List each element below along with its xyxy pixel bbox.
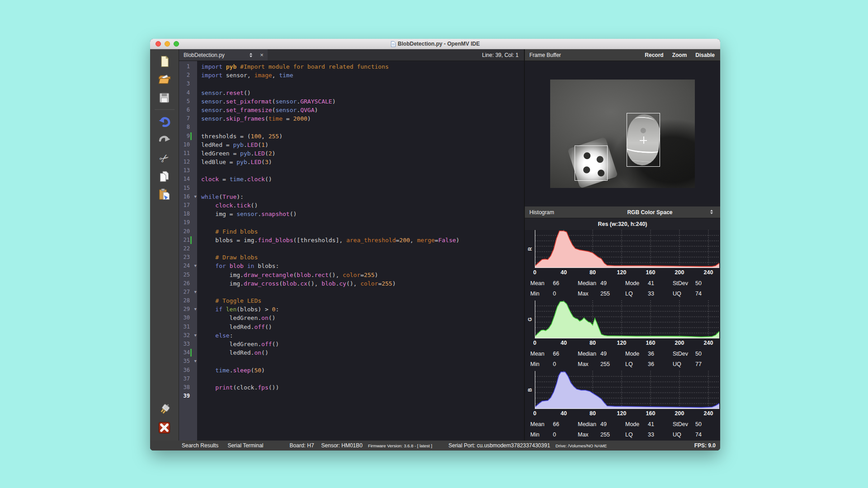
code-line: 39 bbox=[179, 392, 524, 400]
code-line: 13 bbox=[179, 166, 524, 175]
change-marker bbox=[190, 349, 192, 357]
status-item-2[interactable]: Serial Terminal bbox=[227, 442, 263, 449]
code-line: 33 ledGreen.off() bbox=[179, 340, 524, 348]
code-line: 21 blobs = img.find_blobs([thresholds], … bbox=[179, 236, 524, 244]
blob-rectangle-1 bbox=[575, 145, 608, 181]
histogram-title: Histogram bbox=[525, 209, 554, 216]
status-bar: Search ResultsSerial TerminalBoard: H7Se… bbox=[150, 441, 720, 450]
code-line: 15 bbox=[179, 184, 524, 192]
undo-button[interactable] bbox=[157, 114, 172, 130]
tab-blobdetection[interactable]: BlobDetection.py × bbox=[179, 49, 268, 61]
zoom-button[interactable]: Zoom bbox=[672, 52, 687, 58]
fold-arrow-icon: ▼ bbox=[194, 288, 197, 296]
change-marker bbox=[190, 132, 192, 140]
traffic-lights bbox=[156, 41, 179, 47]
channel-label: B bbox=[525, 371, 535, 409]
code-editor[interactable]: 1import pyb #Import module for board rel… bbox=[179, 61, 524, 441]
document-icon bbox=[391, 41, 396, 47]
redo-button[interactable] bbox=[157, 132, 172, 148]
stop-x-icon bbox=[158, 421, 171, 434]
histogram-charts: R04080120160200240Mean66Median49Mode41St… bbox=[525, 230, 720, 441]
code-line: 11ledGreen = pyb.LED(2) bbox=[179, 149, 524, 158]
code-line: 31 ledRed.off() bbox=[179, 323, 524, 331]
code-line: 34 ledRed.on() bbox=[179, 348, 524, 357]
save-file-button[interactable] bbox=[157, 90, 172, 105]
code-line: 27▼ bbox=[179, 288, 524, 296]
paste-button[interactable] bbox=[157, 187, 172, 202]
code-line: 19 bbox=[179, 218, 524, 227]
open-folder-icon bbox=[158, 73, 171, 86]
frame-buffer-view[interactable] bbox=[525, 61, 720, 206]
stop-button[interactable] bbox=[157, 420, 172, 435]
code-lines: 1import pyb #Import module for board rel… bbox=[179, 62, 524, 400]
fold-arrow-icon: ▼ bbox=[194, 331, 197, 340]
code-line: 1import pyb #Import module for board rel… bbox=[179, 62, 524, 71]
camera-image bbox=[550, 80, 695, 188]
code-line: 4sensor.reset() bbox=[179, 89, 524, 97]
disable-button[interactable]: Disable bbox=[695, 52, 715, 58]
right-panel: Frame Buffer Record Zoom Disable bbox=[524, 49, 720, 441]
paste-icon bbox=[158, 188, 171, 201]
toolbar-separator bbox=[155, 109, 175, 110]
status-item-5: Firmware Version: 3.6.8 - [ latest ] bbox=[368, 443, 432, 448]
tab-close-icon[interactable]: × bbox=[256, 52, 267, 58]
x-axis-labels: 04080120160200240 bbox=[525, 268, 720, 278]
code-line: 16▼while(True): bbox=[179, 192, 524, 201]
editor-tab-bar: BlobDetection.py × Line: 39, Col: 1 bbox=[179, 49, 524, 61]
code-line: 36 time.sleep(50) bbox=[179, 366, 524, 375]
fold-arrow-icon: ▼ bbox=[194, 192, 197, 201]
code-line: 25 img.draw_rectangle(blob.rect(), color… bbox=[179, 271, 524, 279]
tab-label: BlobDetection.py bbox=[184, 52, 246, 58]
code-line: 29▼ if len(blobs) > 0: bbox=[179, 305, 524, 314]
color-space-select[interactable]: RGB Color Space bbox=[627, 209, 672, 216]
frame-buffer-header: Frame Buffer Record Zoom Disable bbox=[525, 49, 720, 61]
channel-label: G bbox=[525, 300, 535, 338]
record-button[interactable]: Record bbox=[645, 52, 663, 58]
status-item-7: Drive: /Volumes/NO NAME bbox=[556, 443, 607, 448]
code-line: 8 bbox=[179, 123, 524, 131]
code-line: 22 bbox=[179, 244, 524, 253]
code-line: 32▼ else: bbox=[179, 331, 524, 340]
status-item-3: Board: H7 bbox=[290, 442, 314, 449]
x-axis-labels: 04080120160200240 bbox=[525, 338, 720, 348]
status-item-8: FPS: 9.0 bbox=[694, 442, 720, 449]
status-item-1[interactable]: Search Results bbox=[182, 442, 218, 449]
code-line: 17 clock.tick() bbox=[179, 201, 524, 210]
code-line: 5sensor.set_pixformat(sensor.GRAYSCALE) bbox=[179, 97, 524, 106]
window-title: BlobDetection.py - OpenMV IDE bbox=[391, 39, 480, 49]
histogram-stats: Mean66Median49Mode41StDev50Min0Max255LQ3… bbox=[525, 419, 720, 440]
histogram-g: G04080120160200240Mean66Median49Mode36St… bbox=[525, 300, 720, 369]
tab-switcher-icon[interactable] bbox=[250, 53, 252, 57]
code-line: 24▼ for blob in blobs: bbox=[179, 262, 524, 270]
open-file-button[interactable] bbox=[157, 72, 172, 87]
histogram-stats: Mean66Median49Mode41StDev50Min0Max255LQ3… bbox=[525, 278, 720, 299]
zoom-window-button[interactable] bbox=[174, 41, 179, 47]
copy-button[interactable] bbox=[157, 169, 172, 184]
connect-button[interactable] bbox=[157, 402, 172, 417]
new-file-icon bbox=[158, 55, 171, 68]
code-line: 23 # Draw blobs bbox=[179, 253, 524, 262]
code-line: 9thresholds = (100, 255) bbox=[179, 132, 524, 141]
plug-icon bbox=[158, 403, 171, 416]
frame-buffer-title: Frame Buffer bbox=[525, 52, 561, 58]
cut-button[interactable]: ✂ bbox=[157, 150, 172, 166]
code-line: 28 # Toggle LEDs bbox=[179, 296, 524, 305]
histogram-stats: Mean66Median49Mode36StDev50Min0Max255LQ3… bbox=[525, 348, 720, 369]
status-item-4: Sensor: HM01B0 bbox=[321, 442, 363, 449]
openmv-ide-window: BlobDetection.py - OpenMV IDE ✂ bbox=[150, 39, 720, 450]
new-file-button[interactable] bbox=[157, 54, 172, 69]
minimize-window-button[interactable] bbox=[165, 41, 170, 47]
code-line: 20 # Find blobs bbox=[179, 227, 524, 236]
code-line: 18 img = sensor.snapshot() bbox=[179, 210, 524, 218]
undo-icon bbox=[158, 115, 171, 129]
code-line: 7sensor.skip_frames(time = 2000) bbox=[179, 114, 524, 123]
fold-arrow-icon: ▼ bbox=[194, 262, 197, 270]
close-window-button[interactable] bbox=[156, 41, 161, 47]
color-space-spinner-icon[interactable] bbox=[710, 210, 713, 214]
status-item-6: Serial Port: cu.usbmodem3782337430391 bbox=[448, 442, 550, 449]
code-line: 14clock = time.clock() bbox=[179, 175, 524, 183]
histogram-b: B04080120160200240Mean66Median49Mode41St… bbox=[525, 371, 720, 440]
redo-icon bbox=[158, 133, 171, 147]
fold-arrow-icon: ▼ bbox=[194, 357, 197, 366]
resolution-label: Res (w:320, h:240) bbox=[525, 218, 720, 230]
